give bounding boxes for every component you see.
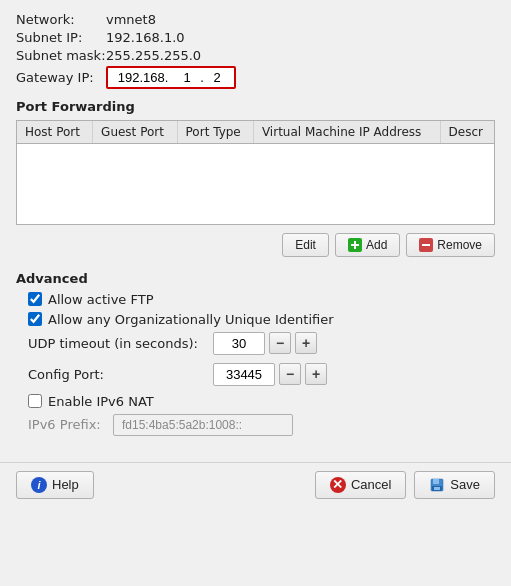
- gateway-ip-part3[interactable]: [206, 70, 228, 85]
- table-header-row: Host Port Guest Port Port Type Virtual M…: [17, 121, 494, 144]
- udp-timeout-spinner: − +: [213, 332, 317, 355]
- help-icon: i: [31, 477, 47, 493]
- subnet-mask-value: 255.255.255.0: [106, 48, 201, 63]
- add-icon: [348, 238, 362, 252]
- config-port-row: Config Port: − +: [28, 363, 495, 386]
- udp-timeout-input[interactable]: [213, 332, 265, 355]
- allow-oui-row: Allow any Organizationally Unique Identi…: [28, 312, 495, 327]
- svg-rect-3: [434, 487, 440, 490]
- footer-right: ✕ Cancel Save: [315, 471, 495, 499]
- network-label: Network:: [16, 12, 106, 27]
- remove-button-label: Remove: [437, 238, 482, 252]
- col-guest-port: Guest Port: [93, 121, 177, 144]
- ipv6-prefix-input: [113, 414, 293, 436]
- allow-oui-label: Allow any Organizationally Unique Identi…: [48, 312, 334, 327]
- network-value: vmnet8: [106, 12, 156, 27]
- help-button[interactable]: i Help: [16, 471, 94, 499]
- allow-ftp-label: Allow active FTP: [48, 292, 154, 307]
- footer: i Help ✕ Cancel Save: [0, 462, 511, 509]
- subnet-ip-value: 192.168.1.0: [106, 30, 185, 45]
- subnet-mask-label: Subnet mask:: [16, 48, 106, 63]
- ipv6-prefix-label: IPv6 Prefix:: [28, 417, 113, 432]
- config-port-label: Config Port:: [28, 367, 213, 382]
- config-port-increase[interactable]: +: [305, 363, 327, 385]
- config-port-input[interactable]: [213, 363, 275, 386]
- gateway-dot-2: .: [200, 70, 204, 85]
- port-forwarding-table: Host Port Guest Port Port Type Virtual M…: [17, 121, 494, 224]
- subnet-ip-label: Subnet IP:: [16, 30, 106, 45]
- allow-ftp-checkbox[interactable]: [28, 292, 42, 306]
- cancel-button[interactable]: ✕ Cancel: [315, 471, 406, 499]
- remove-button[interactable]: Remove: [406, 233, 495, 257]
- advanced-title: Advanced: [16, 271, 495, 286]
- allow-oui-checkbox[interactable]: [28, 312, 42, 326]
- gateway-ip-part2[interactable]: [176, 70, 198, 85]
- edit-button[interactable]: Edit: [282, 233, 329, 257]
- ipv6-nat-row: Enable IPv6 NAT: [28, 394, 495, 409]
- ipv6-nat-checkbox[interactable]: [28, 394, 42, 408]
- cancel-icon: ✕: [330, 477, 346, 493]
- udp-timeout-row: UDP timeout (in seconds): − +: [28, 332, 495, 355]
- col-port-type: Port Type: [177, 121, 253, 144]
- subnet-mask-row: Subnet mask: 255.255.255.0: [16, 48, 495, 63]
- svg-rect-1: [433, 479, 439, 484]
- add-button-label: Add: [366, 238, 387, 252]
- save-icon: [429, 477, 445, 493]
- udp-timeout-decrease[interactable]: −: [269, 332, 291, 354]
- ipv6-nat-label: Enable IPv6 NAT: [48, 394, 154, 409]
- remove-icon: [419, 238, 433, 252]
- gateway-ip-label: Gateway IP:: [16, 70, 106, 85]
- help-label: Help: [52, 477, 79, 492]
- gateway-ip-row: Gateway IP: .: [16, 66, 495, 89]
- cancel-label: Cancel: [351, 477, 391, 492]
- table-actions: Edit Add Remove: [16, 233, 495, 257]
- col-vm-ip: Virtual Machine IP Address: [253, 121, 440, 144]
- col-host-port: Host Port: [17, 121, 93, 144]
- gateway-ip-part1[interactable]: [114, 70, 172, 85]
- subnet-ip-row: Subnet IP: 192.168.1.0: [16, 30, 495, 45]
- table-empty-row: [17, 144, 494, 224]
- config-port-spinner: − +: [213, 363, 327, 386]
- network-row: Network: vmnet8: [16, 12, 495, 27]
- col-desc: Descr: [440, 121, 494, 144]
- ipv6-prefix-row: IPv6 Prefix:: [28, 414, 495, 436]
- main-content: Network: vmnet8 Subnet IP: 192.168.1.0 S…: [0, 0, 511, 458]
- save-label: Save: [450, 477, 480, 492]
- add-button[interactable]: Add: [335, 233, 400, 257]
- gateway-ip-input-group: .: [106, 66, 236, 89]
- port-forwarding-table-wrapper: Host Port Guest Port Port Type Virtual M…: [16, 120, 495, 225]
- save-button[interactable]: Save: [414, 471, 495, 499]
- advanced-section: Advanced Allow active FTP Allow any Orga…: [16, 271, 495, 436]
- port-forwarding-title: Port Forwarding: [16, 99, 495, 114]
- udp-timeout-increase[interactable]: +: [295, 332, 317, 354]
- udp-timeout-label: UDP timeout (in seconds):: [28, 336, 213, 351]
- config-port-decrease[interactable]: −: [279, 363, 301, 385]
- allow-ftp-row: Allow active FTP: [28, 292, 495, 307]
